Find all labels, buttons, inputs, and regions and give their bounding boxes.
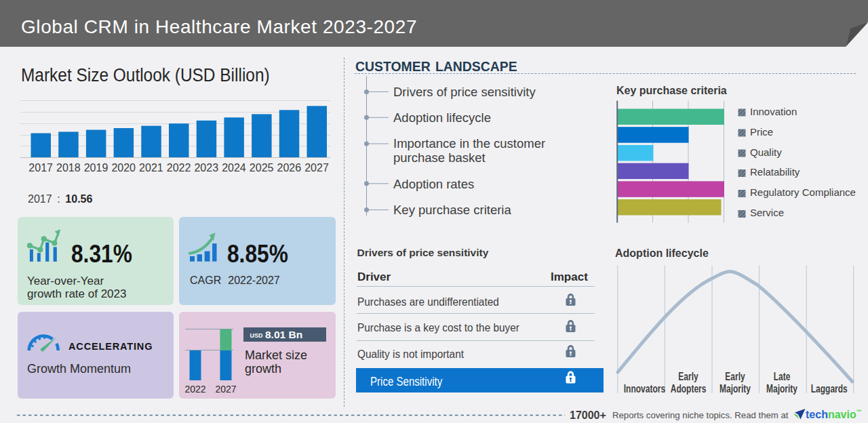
svg-text:USD: USD <box>250 332 264 339</box>
svg-text:8.01 Bn: 8.01 Bn <box>265 329 302 340</box>
